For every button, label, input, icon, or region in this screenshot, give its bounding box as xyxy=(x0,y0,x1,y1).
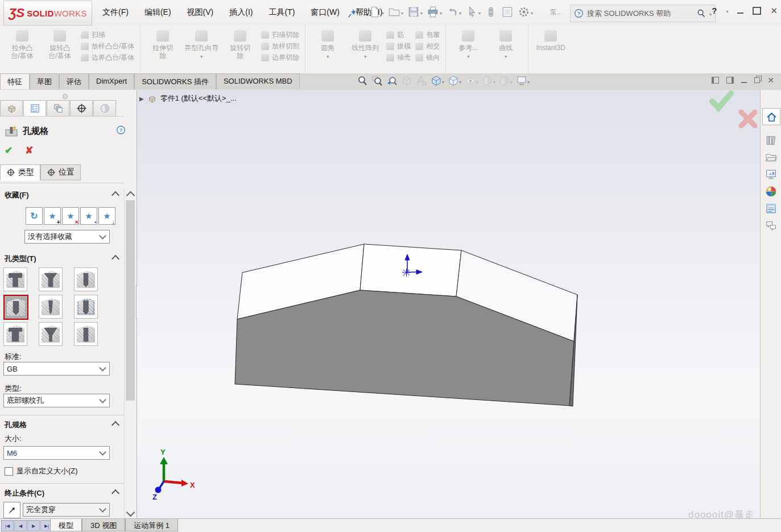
help-button[interactable]: ? xyxy=(712,6,717,15)
zoom-to-fit[interactable] xyxy=(357,75,368,86)
collapse-end-condition-icon[interactable] xyxy=(111,489,119,497)
confirm-ok-mark[interactable] xyxy=(712,93,731,108)
lofted-cut[interactable]: 放样切割 xyxy=(261,42,299,51)
collapse-right-pane[interactable] xyxy=(726,77,734,84)
options[interactable] xyxy=(516,5,534,19)
cancel-button[interactable]: ✘ xyxy=(25,145,33,156)
hole-type-counterbore[interactable] xyxy=(3,267,27,291)
propertymanager-tab[interactable] xyxy=(23,100,46,117)
end-condition-dropdown[interactable]: 完全贯穿 xyxy=(23,503,110,517)
delete-favorite[interactable] xyxy=(62,207,79,225)
view-palette-tab[interactable] xyxy=(762,166,779,182)
panel-grip[interactable] xyxy=(63,94,68,99)
search-icon[interactable] xyxy=(696,9,706,18)
dropdown-caret-icon[interactable] xyxy=(420,8,423,17)
close-document[interactable] xyxy=(767,76,774,84)
linear-pattern[interactable]: 线性阵列 xyxy=(346,28,384,62)
file-explorer-tab[interactable] xyxy=(762,149,779,165)
collapse-favorites-icon[interactable] xyxy=(111,191,119,199)
command-tab[interactable]: SOLIDWORKS 插件 xyxy=(134,73,216,89)
rib[interactable]: 筋 xyxy=(386,30,411,40)
help-search-box[interactable]: 搜索 SOLIDWORKS 帮助 xyxy=(570,5,716,22)
command-tab[interactable]: SOLIDWORKS MBD xyxy=(216,73,300,89)
dropdown-caret-icon[interactable] xyxy=(478,8,481,17)
hole-type-dropdown[interactable]: 底部螺纹孔 xyxy=(3,394,110,407)
favorites-dropdown[interactable]: 没有选择收藏 xyxy=(24,230,110,244)
command-tab[interactable]: 评估 xyxy=(59,73,89,89)
hole-type-countersink-slot[interactable] xyxy=(39,322,63,346)
document-tab[interactable]: 模型 xyxy=(50,519,82,531)
home-tab[interactable] xyxy=(762,108,780,125)
menu-item[interactable]: 工具(T) xyxy=(267,6,296,19)
document-tab[interactable]: 3D 视图 xyxy=(82,519,125,531)
revolved-cut[interactable]: 旋转切除 xyxy=(221,28,259,62)
select[interactable] xyxy=(464,5,482,19)
swept-boss-base[interactable]: 扫描 xyxy=(81,30,134,40)
restore-document[interactable] xyxy=(754,77,760,83)
graphics-viewport[interactable]: Y X Z ▶ 零件1 (默认<<默认>_... dooooit@暴 xyxy=(137,90,761,519)
type-tab[interactable]: 类型 xyxy=(0,164,40,180)
menu-item[interactable]: 窗口(W) xyxy=(309,6,341,19)
zoom-to-area[interactable] xyxy=(371,75,383,86)
minimize-document[interactable] xyxy=(741,77,747,83)
new-document[interactable] xyxy=(367,5,385,19)
design-library-tab[interactable] xyxy=(762,132,779,148)
save[interactable] xyxy=(406,5,424,19)
displaymanager-tab[interactable] xyxy=(93,100,116,117)
lofted-boss-base[interactable]: 放样凸台/基体 xyxy=(81,42,134,51)
file-properties[interactable] xyxy=(500,5,515,19)
undo[interactable] xyxy=(445,5,462,19)
command-tab[interactable]: DimXpert xyxy=(89,73,134,89)
command-tab[interactable]: 特征 xyxy=(0,73,30,89)
mirror[interactable]: 镜向 xyxy=(415,53,440,63)
step-forward[interactable] xyxy=(27,520,40,531)
swept-cut[interactable]: 扫描切除 xyxy=(261,30,299,40)
instant3d[interactable]: Instant3D xyxy=(532,28,569,53)
shell[interactable]: 抽壳 xyxy=(386,53,411,63)
hole-type-slot[interactable] xyxy=(74,322,98,346)
menu-item[interactable]: 文件(F) xyxy=(101,6,130,19)
custom-properties-tab[interactable] xyxy=(762,200,779,216)
scrollbar-thumb[interactable] xyxy=(126,200,135,401)
scroll-down-icon[interactable] xyxy=(126,508,135,517)
model-3d[interactable]: Y X Z xyxy=(137,90,761,519)
wrap[interactable]: 包覆 xyxy=(415,30,440,40)
display-style[interactable] xyxy=(448,75,461,86)
featuremanager-tab[interactable] xyxy=(0,100,23,117)
appearances-tab[interactable] xyxy=(762,183,779,199)
dropdown-caret-icon[interactable] xyxy=(401,8,403,17)
view-orientation[interactable] xyxy=(431,75,444,86)
menu-item[interactable]: 插入(I) xyxy=(228,6,254,19)
hole-type-countersink[interactable] xyxy=(39,267,63,291)
size-dropdown[interactable]: M6 xyxy=(3,446,110,460)
hole-type-hole[interactable] xyxy=(74,267,98,291)
menu-item[interactable]: 编辑(E) xyxy=(143,6,172,19)
curves[interactable]: 曲线 xyxy=(487,28,524,62)
standard-dropdown[interactable]: GB xyxy=(3,362,110,376)
confirm-cancel-mark[interactable] xyxy=(741,112,755,126)
view-settings[interactable] xyxy=(516,75,530,86)
intersect[interactable]: 相交 xyxy=(415,42,440,51)
minimize-button[interactable] xyxy=(737,13,743,14)
hole-wizard[interactable]: 异型孔向导 xyxy=(181,28,221,62)
revolved-boss-base[interactable]: 旋转凸台/基体 xyxy=(41,28,78,61)
dimxpertmanager-tab[interactable] xyxy=(70,100,93,117)
jump-first[interactable] xyxy=(1,520,14,531)
command-tab[interactable]: 草图 xyxy=(30,73,59,89)
dropdown-caret-icon[interactable] xyxy=(382,8,384,17)
help-icon[interactable] xyxy=(116,125,126,135)
step-back[interactable] xyxy=(14,520,27,531)
ok-button[interactable]: ✔ xyxy=(5,145,13,156)
panel-scrollbar[interactable] xyxy=(124,189,137,519)
hole-type-straight-tap[interactable] xyxy=(3,295,28,320)
load-favorite[interactable] xyxy=(98,207,115,225)
expand-arrow-icon[interactable]: ▶ xyxy=(139,96,144,102)
hide-show-items[interactable] xyxy=(465,75,478,86)
print[interactable] xyxy=(425,5,443,19)
apply-defaults-favorite[interactable] xyxy=(26,207,43,225)
boundary-cut[interactable]: 边界切除 xyxy=(261,53,299,63)
hole-type-tapered-tap[interactable] xyxy=(39,295,63,319)
collapse-left-pane[interactable] xyxy=(712,77,719,84)
draft[interactable]: 拔模 xyxy=(386,42,411,51)
hole-type-legacy[interactable] xyxy=(74,295,98,319)
